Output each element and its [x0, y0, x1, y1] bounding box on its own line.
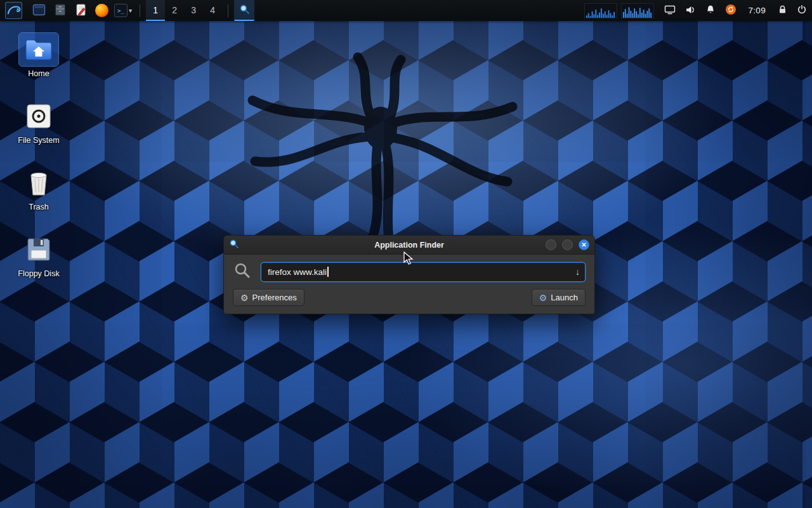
window-controls: ✕: [546, 239, 589, 250]
search-input[interactable]: firefox www.kali ↓: [261, 262, 586, 282]
file-system-drive-icon: [19, 100, 58, 133]
application-finder-window: Application Finder ✕ firefox www.kali: [223, 235, 595, 314]
maximize-button[interactable]: [562, 239, 573, 250]
network-graph[interactable]: [621, 3, 654, 18]
volume-icon[interactable]: [685, 4, 696, 17]
workspace-button-1[interactable]: 1: [146, 0, 165, 21]
terminal-icon: >_: [114, 4, 128, 17]
launcher-terminal[interactable]: >_ ▾: [114, 2, 132, 19]
window-title: Application Finder: [224, 241, 594, 250]
home-folder-icon: [19, 33, 58, 66]
preferences-button-label: Preferences: [252, 293, 297, 302]
file-manager-icon: [32, 3, 46, 18]
close-button[interactable]: ✕: [579, 239, 589, 250]
panel-left: >_ ▾ 1 2 3 4: [5, 0, 254, 21]
workspace-button-4[interactable]: 4: [203, 0, 222, 21]
panel-separator: [140, 4, 140, 17]
launch-button[interactable]: ⚙ Launch: [532, 289, 586, 306]
floppy-disk-icon: [19, 233, 58, 266]
desktop-icon-trash[interactable]: Trash: [9, 166, 69, 212]
desktop-icon-file-system[interactable]: File System: [9, 100, 69, 145]
updates-icon[interactable]: [725, 4, 737, 17]
window-app-icon: [229, 239, 239, 251]
system-tray: 7:09: [664, 4, 807, 17]
chevron-down-icon[interactable]: ▾: [129, 7, 132, 14]
application-finder-icon: [239, 4, 250, 17]
workspace-button-3[interactable]: 3: [184, 0, 203, 21]
desktop-icon-list: Home File System Trash: [9, 33, 69, 279]
gear-icon: ⚙: [240, 293, 249, 303]
applications-menu-button[interactable]: [5, 2, 22, 19]
minimize-button[interactable]: [546, 239, 556, 250]
desktop-icon-label: Home: [25, 69, 51, 79]
display-icon[interactable]: [664, 4, 676, 17]
top-panel: >_ ▾ 1 2 3 4: [0, 0, 812, 21]
desktop-icon-label: Trash: [26, 202, 51, 212]
firefox-icon: [95, 4, 108, 17]
trash-icon: [19, 166, 58, 199]
launcher-firefox[interactable]: [93, 2, 110, 19]
taskbar-application-finder[interactable]: [234, 0, 254, 21]
power-icon[interactable]: [797, 4, 807, 17]
search-icon: [233, 261, 252, 283]
desktop-icon-label: Floppy Disk: [15, 269, 62, 279]
panel-right: 7:09: [580, 0, 807, 21]
cpu-graph[interactable]: [584, 3, 617, 18]
launcher-files[interactable]: [51, 2, 69, 19]
launcher-file-manager[interactable]: [30, 2, 48, 19]
desktop-icon-label: File System: [15, 135, 62, 145]
preferences-button[interactable]: ⚙ Preferences: [233, 289, 304, 306]
screen-lock-icon[interactable]: [778, 4, 787, 17]
workspace-button-2[interactable]: 2: [165, 0, 184, 21]
text-editor-icon: [75, 3, 87, 18]
mouse-cursor: [403, 251, 416, 265]
desktop: >_ ▾ 1 2 3 4: [0, 0, 812, 508]
clock[interactable]: 7:09: [749, 6, 766, 15]
search-input-value: firefox www.kali: [268, 267, 327, 277]
file-cabinet-icon: [54, 3, 67, 18]
text-caret: [327, 267, 329, 277]
run-gear-icon: ⚙: [539, 293, 547, 303]
desktop-icon-floppy-disk[interactable]: Floppy Disk: [9, 233, 69, 279]
action-row: ⚙ Preferences ⚙ Launch: [233, 289, 586, 306]
panel-separator: [228, 4, 228, 17]
dropdown-arrow-icon[interactable]: ↓: [575, 267, 580, 277]
notifications-bell-icon[interactable]: [705, 4, 716, 17]
kali-logo-icon: [6, 3, 22, 18]
launcher-text-editor[interactable]: [72, 2, 89, 19]
launch-button-label: Launch: [551, 293, 578, 302]
desktop-icon-home[interactable]: Home: [9, 33, 69, 79]
